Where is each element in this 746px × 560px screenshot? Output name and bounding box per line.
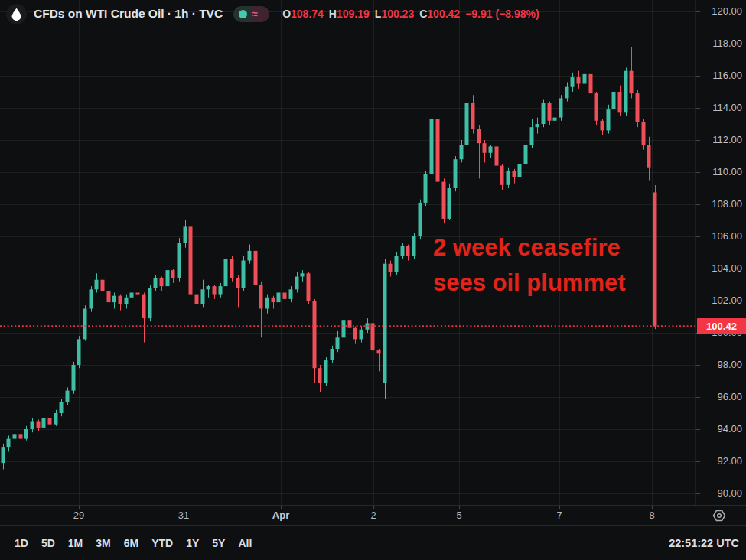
axis-settings-gear-icon[interactable] [712, 508, 727, 523]
open-value: 108.74 [291, 8, 324, 20]
time-axis-label: 29 [73, 510, 84, 521]
price-axis-tick [696, 493, 700, 494]
candle-body [95, 280, 99, 290]
price-axis-label: 106.00 [712, 230, 742, 243]
candle-body [136, 293, 140, 295]
candle-body [295, 277, 299, 290]
price-axis-label: 94.00 [717, 423, 742, 435]
candle-body [19, 434, 23, 438]
candle-body [219, 286, 223, 295]
candle-body [406, 246, 410, 256]
price-axis-label: 96.00 [717, 391, 742, 403]
range-button-1m[interactable]: 1M [68, 537, 83, 549]
date-range-switcher: 1D5D1M3M6MYTD1Y5YAll [0, 537, 252, 549]
candle-body [148, 288, 152, 318]
time-axis-tick [459, 506, 460, 509]
current-price-value: 100.42 [706, 321, 737, 332]
candle-body [542, 103, 546, 124]
market-status-pill[interactable]: ≈ [233, 6, 269, 22]
price-axis-label: 114.00 [712, 102, 742, 114]
candle-body [548, 103, 552, 121]
candle-body [265, 298, 269, 309]
candle-body [424, 174, 428, 203]
candle-body [500, 166, 504, 185]
price-axis-tick [696, 461, 700, 462]
candle-body [471, 103, 475, 129]
candle-body [389, 264, 393, 272]
open-label: O [282, 8, 291, 20]
candle-body [524, 145, 528, 164]
chart-canvas[interactable]: 2 week ceasefire sees oil plummet [0, 0, 695, 505]
range-button-5d[interactable]: 5D [41, 537, 55, 549]
low-value: 100.23 [381, 8, 414, 20]
time-axis-tick [373, 506, 374, 509]
candle-body [307, 273, 311, 301]
candle-body [612, 92, 616, 109]
candle-body [112, 296, 116, 302]
candle-body [24, 429, 28, 439]
candle-body [107, 291, 111, 302]
high-label: H [329, 8, 337, 20]
candle-body [178, 243, 181, 278]
annotation-line2: sees oil plummet [433, 265, 626, 301]
range-button-6m[interactable]: 6M [124, 537, 138, 549]
change-value: −9.91 (−8.98%) [465, 8, 539, 20]
candle-body [442, 182, 446, 219]
candle-body [289, 289, 293, 299]
candle-body [571, 77, 575, 87]
candle-body [160, 278, 164, 287]
range-button-3m[interactable]: 3M [96, 537, 110, 549]
candle-body [101, 280, 105, 291]
candle-body [248, 251, 252, 261]
candle-body [90, 289, 93, 308]
candle-body [60, 402, 64, 413]
candle-body [72, 365, 76, 391]
candle-body [460, 145, 464, 159]
price-axis-label: 120.00 [712, 5, 742, 18]
candle-body [377, 350, 381, 353]
time-axis-label: Apr [272, 510, 289, 521]
candle-body [647, 145, 651, 167]
time-axis-tick [652, 506, 653, 509]
candle-body [419, 203, 422, 236]
candle-body [559, 98, 563, 117]
range-button-all[interactable]: All [238, 537, 252, 549]
time-axis-tick [559, 506, 560, 509]
candle-body [213, 286, 217, 295]
range-button-5y[interactable]: 5Y [212, 537, 225, 549]
candle-body [301, 273, 305, 276]
candle-body [318, 368, 322, 383]
price-axis[interactable]: 120.00118.00116.00114.00112.00110.00108.… [695, 0, 746, 505]
candle-body [130, 293, 134, 298]
range-button-1d[interactable]: 1D [15, 537, 28, 549]
candle-body [371, 323, 375, 350]
range-button-ytd[interactable]: YTD [151, 537, 173, 549]
status-dot-icon [239, 10, 247, 18]
oil-droplet-icon [6, 4, 27, 24]
candle-body [454, 159, 458, 188]
price-axis-label: 118.00 [712, 37, 742, 50]
candle-body [430, 119, 434, 174]
candle-body [401, 246, 405, 256]
time-axis-tick [184, 506, 184, 509]
price-axis-tick [696, 365, 700, 366]
candle-body [277, 293, 281, 303]
price-axis-label: 108.00 [712, 198, 742, 210]
chart-annotation: 2 week ceasefire sees oil plummet [433, 230, 626, 301]
clock[interactable]: 22:51:22 UTC [669, 537, 739, 549]
candle-body [383, 264, 387, 383]
price-axis-label: 92.00 [717, 455, 742, 467]
time-axis-label: 7 [556, 510, 562, 521]
candle-body [259, 285, 263, 309]
candle-body [31, 422, 34, 430]
time-axis[interactable]: 2931Apr2578 [0, 505, 746, 525]
candle-body [448, 188, 451, 219]
symbol-title[interactable]: CFDs on WTI Crude Oil · 1h · TVC [34, 7, 223, 21]
price-axis-tick [696, 301, 700, 301]
bottom-toolbar: 1D5D1M3M6MYTD1Y5YAll 22:51:22 UTC [0, 525, 746, 560]
range-button-1y[interactable]: 1Y [186, 537, 199, 549]
candle-body [507, 171, 510, 185]
price-axis-tick [696, 108, 700, 109]
price-axis-label: 110.00 [712, 166, 742, 178]
price-axis-tick [696, 44, 700, 44]
